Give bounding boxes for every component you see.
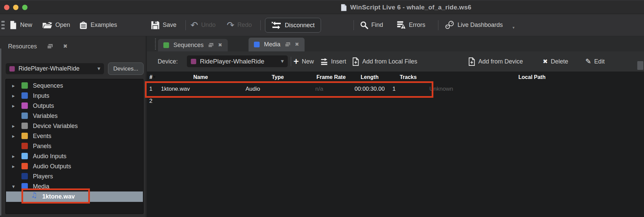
variables-icon [21, 113, 28, 119]
undo-button[interactable]: ↶ Undo [191, 14, 216, 36]
find-button[interactable]: Find [360, 14, 383, 36]
new-button[interactable]: New [9, 14, 32, 36]
tabbar-drag-handle[interactable] [155, 38, 156, 50]
expand-arrow-icon[interactable] [11, 161, 16, 171]
column-header-length[interactable]: Length [350, 72, 389, 83]
column-header-frame-rate[interactable]: Frame Rate [313, 72, 349, 83]
selected-device-name: RidePlayer-WhaleRide [200, 58, 277, 65]
close-panel-icon[interactable]: ✖ [63, 44, 67, 49]
expand-arrow-icon[interactable] [11, 81, 16, 91]
tree-item-players[interactable]: Players [6, 171, 143, 181]
media-icon [21, 183, 28, 189]
close-window-button[interactable] [4, 5, 9, 10]
column-header-local-path[interactable]: Local Path [427, 72, 637, 83]
add-from-device-button[interactable]: Add from Device [468, 51, 523, 72]
tree-item-variables[interactable]: Variables [6, 111, 143, 121]
expand-arrow-icon[interactable] [11, 131, 16, 141]
expand-arrow-icon[interactable] [11, 101, 16, 111]
add-file-icon [468, 57, 475, 66]
tree-item-events[interactable]: Events [6, 131, 143, 141]
tree-item-panels[interactable]: Panels [6, 141, 143, 151]
expand-arrow-icon[interactable] [11, 151, 16, 161]
toolbar-separator [354, 20, 354, 30]
tab-sequences[interactable]: Sequences ✖ [158, 39, 228, 51]
tree-item-audio-inputs[interactable]: Audio Inputs [6, 151, 143, 161]
devices-button[interactable]: Devices... [108, 62, 144, 75]
open-button[interactable]: Open [42, 14, 70, 36]
toolbar-grip-handle[interactable] [1, 21, 5, 29]
edit-button[interactable]: Edit [585, 51, 605, 72]
panel-edge-strip [0, 48, 1, 216]
window-title: WinScript Live 6 - whale_of_a_ride.ws6 [350, 4, 471, 11]
save-button[interactable]: Save [151, 14, 176, 36]
tree-item-inputs[interactable]: Inputs [6, 91, 143, 101]
media-table-header: # ▼ Name Type Frame Rate Length Tracks L… [147, 72, 637, 83]
toolbar-overflow-caret-icon[interactable]: ▾ [513, 26, 515, 30]
column-header-tracks[interactable]: Tracks [390, 72, 426, 83]
delete-x-icon [543, 58, 548, 64]
examples-button[interactable]: Examples [79, 14, 117, 36]
column-header-num[interactable]: # ▼ [147, 72, 158, 83]
insert-icon [320, 58, 328, 65]
tab-media[interactable]: Media ✖ [249, 38, 305, 51]
device-label: Device: [158, 51, 178, 72]
errors-button[interactable]: Errors [397, 14, 425, 36]
minimize-window-button[interactable] [13, 5, 18, 10]
live-dashboards-button[interactable]: Live Dashboards [445, 14, 503, 36]
collapse-arrow-icon[interactable] [11, 181, 16, 191]
chevron-down-icon: ▼ [98, 67, 100, 71]
table-row-empty[interactable]: 2 [147, 95, 637, 107]
resources-tree: Sequences Inputs Outputs Variables Devic… [5, 79, 144, 214]
expand-arrow-icon[interactable] [11, 91, 16, 101]
tree-item-audio-outputs[interactable]: Audio Outputs [6, 161, 143, 171]
expand-arrow-icon[interactable] [11, 121, 16, 131]
resources-device-selector[interactable]: RidePlayer-WhaleRide ▼ [6, 63, 104, 74]
media-device-selector[interactable]: RidePlayer-WhaleRide ▼ [187, 55, 288, 67]
toolbar-separator [291, 57, 291, 66]
inputs-icon [21, 92, 28, 99]
window-title-group: WinScript Live 6 - whale_of_a_ride.ws6 [341, 0, 471, 14]
tree-item-1ktone-wav[interactable]: 1ktone.wav [6, 191, 143, 202]
examples-catalog-icon [79, 21, 88, 30]
disconnect-button[interactable]: Disconnect [265, 18, 321, 33]
column-header-type[interactable]: Type [243, 72, 312, 83]
pencil-icon [585, 58, 591, 65]
sequences-icon [21, 82, 28, 89]
table-row-1ktone-wav[interactable]: 1 1ktone.wav Audio n/a 00:00:30.00 1 Unk… [147, 83, 637, 95]
tree-item-media[interactable]: Media [6, 181, 143, 191]
tree-item-outputs[interactable]: Outputs [6, 101, 143, 111]
panels-icon [21, 143, 28, 149]
save-floppy-icon [151, 21, 160, 30]
search-icon [360, 21, 368, 29]
device-color-swatch [191, 59, 196, 64]
float-tab-icon[interactable] [208, 43, 214, 48]
close-tab-icon[interactable]: ✖ [218, 43, 222, 48]
tree-item-sequences[interactable]: Sequences [6, 81, 143, 91]
media-toolbar: Device: RidePlayer-WhaleRide ▼ New Inser… [147, 51, 644, 72]
media-tab-icon [254, 42, 260, 47]
document-icon [341, 4, 347, 11]
errors-warning-icon [397, 21, 406, 29]
main-area: Sequences ✖ Media ✖ Device: RidePlayer-W… [147, 36, 644, 217]
players-icon [21, 173, 28, 179]
redo-button[interactable]: ↷ Redo [227, 14, 252, 36]
media-insert-button[interactable]: Insert [320, 51, 346, 72]
media-new-button[interactable]: New [293, 51, 314, 72]
column-header-name[interactable]: Name [159, 72, 243, 83]
media-table: # ▼ Name Type Frame Rate Length Tracks L… [147, 72, 644, 217]
zoom-window-button[interactable] [22, 5, 28, 10]
add-from-local-files-button[interactable]: Add from Local Files [352, 51, 417, 72]
tree-item-device-variables[interactable]: Device Variables [6, 121, 143, 131]
close-tab-icon[interactable]: ✖ [295, 42, 299, 47]
float-panel-icon[interactable] [47, 44, 53, 49]
audio-outputs-icon [21, 163, 28, 169]
new-file-icon [9, 20, 17, 30]
toolbar-separator [438, 20, 438, 30]
float-tab-icon[interactable] [285, 42, 290, 47]
plus-icon [293, 57, 299, 66]
delete-button[interactable]: Delete [543, 51, 568, 72]
gauges-icon [445, 20, 454, 30]
chevron-down-icon: ▼ [281, 59, 284, 63]
main-toolbar: New Open Examples Save ↶ Undo ↷ Redo Dis… [0, 14, 644, 36]
scrollbar-corner [637, 61, 643, 70]
